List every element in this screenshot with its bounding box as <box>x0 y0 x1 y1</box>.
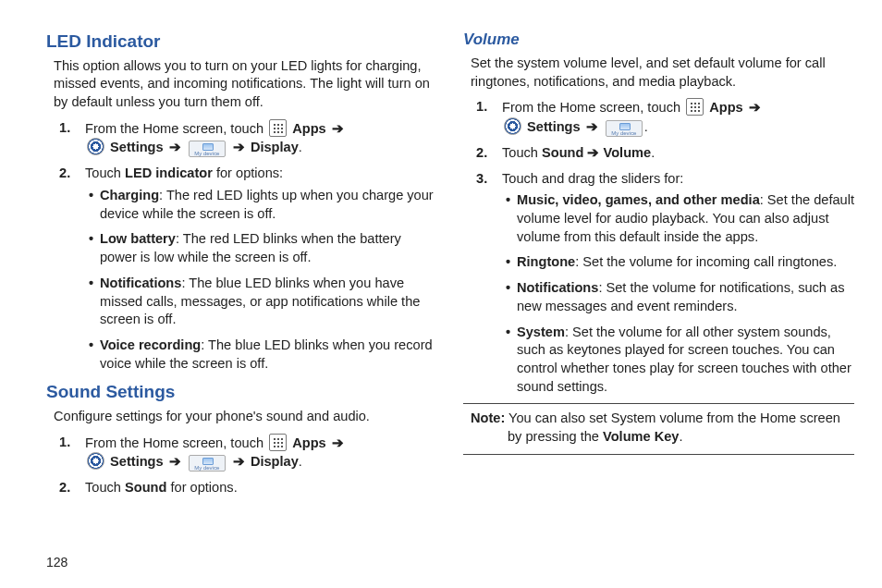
step-text: From the Home screen, touch <box>85 121 263 136</box>
opt-title: Notifications <box>100 276 181 290</box>
apps-label: Apps <box>709 100 742 115</box>
step-text: Touch and drag the sliders for: <box>502 171 683 186</box>
settings-icon <box>87 452 104 470</box>
apps-label: Apps <box>292 121 325 136</box>
display-label: Display <box>251 454 299 469</box>
led-indicator-bold: LED indicator <box>125 165 213 180</box>
step-text: for options: <box>216 165 283 180</box>
led-opt-charging: Charging: The red LED lights up when you… <box>100 187 437 223</box>
step-text: Touch <box>85 480 121 495</box>
led-steps: From the Home screen, touch Apps ➔ Setti… <box>54 119 437 374</box>
volume-step-3: Touch and drag the sliders for: Music, v… <box>502 170 854 397</box>
my-device-label: My device <box>194 465 219 471</box>
arrow-icon: ➔ <box>330 121 346 136</box>
led-heading: LED Indicator <box>46 30 437 54</box>
display-label: Display <box>251 140 299 154</box>
arrow-icon: ➔ <box>584 119 600 134</box>
opt-title: Music, video, games, and other media <box>517 192 760 207</box>
led-opt-low-battery: Low battery: The red LED blinks when the… <box>100 230 437 266</box>
left-column: LED Indicator This option allows you to … <box>46 28 437 545</box>
apps-icon <box>686 98 704 116</box>
note-rule <box>463 454 854 455</box>
led-intro: This option allows you to turn on your L… <box>54 57 437 112</box>
sound-step-2: Touch Sound for options. <box>85 479 437 497</box>
volume-options: Music, video, games, and other media: Se… <box>502 191 854 396</box>
apps-label: Apps <box>292 435 325 450</box>
page-body: LED Indicator This option allows you to … <box>46 28 854 545</box>
arrow-icon: ➔ <box>167 454 183 469</box>
volume-path: Sound ➔ Volume <box>542 145 651 160</box>
settings-label: Settings <box>110 454 164 469</box>
led-opt-voice-recording: Voice recording: The blue LED blinks whe… <box>100 337 437 373</box>
vol-opt-media: Music, video, games, and other media: Se… <box>517 191 854 246</box>
opt-title: System <box>517 325 565 339</box>
opt-title: Notifications <box>517 280 598 295</box>
page-number: 128 <box>46 555 854 570</box>
arrow-icon: ➔ <box>231 140 247 154</box>
volume-note: Note: You can also set System volume fro… <box>471 410 854 446</box>
opt-text: : Set the volume for all other system so… <box>517 325 851 394</box>
led-step-2: Touch LED indicator for options: Chargin… <box>85 165 437 373</box>
volume-step-1: From the Home screen, touch Apps ➔ Setti… <box>502 98 854 137</box>
opt-title: Charging <box>100 188 159 202</box>
volume-heading: Volume <box>463 30 854 51</box>
opt-title: Ringtone <box>517 254 575 269</box>
settings-label: Settings <box>527 119 581 134</box>
vol-opt-ringtone: Ringtone: Set the volume for incoming ca… <box>517 253 854 272</box>
settings-icon <box>504 117 521 135</box>
step-text: for options. <box>170 480 237 495</box>
sound-steps: From the Home screen, touch Apps ➔ Setti… <box>54 434 437 497</box>
sound-bold: Sound <box>125 480 166 495</box>
led-options: Charging: The red LED lights up when you… <box>85 187 437 373</box>
step-text: Touch <box>85 165 121 180</box>
my-device-label: My device <box>611 130 636 136</box>
opt-title: Voice recording <box>100 337 201 352</box>
vol-opt-notifications: Notifications: Set the volume for notifi… <box>517 279 854 315</box>
led-step-1: From the Home screen, touch Apps ➔ Setti… <box>85 119 437 158</box>
arrow-icon: ➔ <box>747 100 763 115</box>
step-text: From the Home screen, touch <box>85 435 263 450</box>
volume-steps: From the Home screen, touch Apps ➔ Setti… <box>471 98 854 396</box>
arrow-icon: ➔ <box>231 454 247 469</box>
arrow-icon: ➔ <box>167 140 183 154</box>
led-opt-notifications: Notifications: The blue LED blinks when … <box>100 275 437 329</box>
my-device-icon: My device <box>189 141 226 157</box>
note-period: . <box>679 429 682 444</box>
step-text: Touch <box>502 145 538 160</box>
apps-icon <box>269 119 287 137</box>
note-volume-key: Volume Key <box>603 429 679 444</box>
opt-title: Low battery <box>100 231 176 246</box>
note-prefix: Note: <box>471 410 505 425</box>
sound-heading: Sound Settings <box>46 380 437 404</box>
volume-step-2: Touch Sound ➔ Volume. <box>502 144 854 163</box>
sound-step-1: From the Home screen, touch Apps ➔ Setti… <box>85 434 437 472</box>
volume-intro: Set the system volume level, and set def… <box>471 55 854 91</box>
vol-opt-system: System: Set the volume for all other sys… <box>517 324 854 397</box>
sound-intro: Configure settings for your phone's soun… <box>54 408 437 426</box>
arrow-icon: ➔ <box>330 435 346 450</box>
my-device-icon: My device <box>606 120 643 137</box>
settings-label: Settings <box>110 140 164 154</box>
my-device-icon: My device <box>189 455 226 472</box>
step-text: From the Home screen, touch <box>502 100 680 115</box>
opt-text: : Set the volume for incoming call ringt… <box>575 254 837 269</box>
apps-icon <box>269 434 287 451</box>
right-column: Volume Set the system volume level, and … <box>463 28 854 545</box>
settings-icon <box>87 138 104 155</box>
my-device-label: My device <box>194 151 219 156</box>
note-rule <box>463 403 854 404</box>
